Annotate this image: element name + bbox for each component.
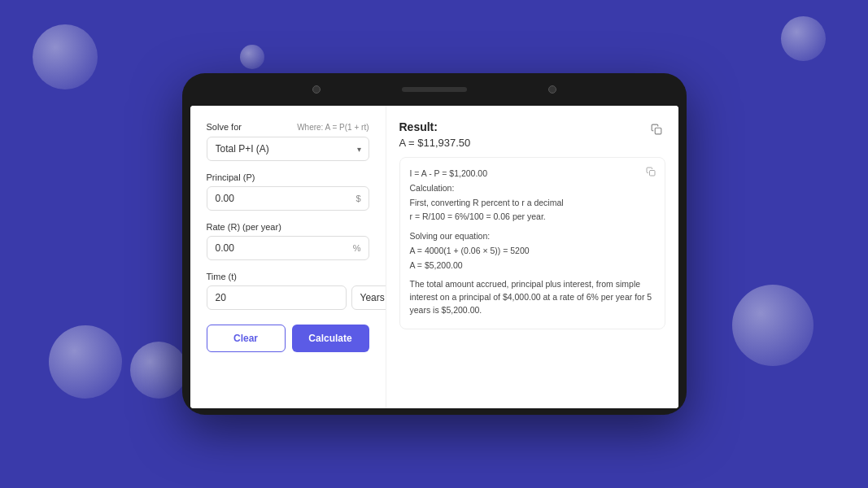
detail-section-3: The total amount accrued, principal plus… [410,278,655,316]
principal-section: Principal (P) $ [207,172,369,211]
principal-label: Principal (P) [207,172,369,182]
detail-line-4: r = R/100 = 6%/100 = 0.06 per year. [410,211,655,224]
rate-section: Rate (R) (per year) % [207,222,369,260]
tablet: Solve for Where: A = P(1 + rt) Total P+I… [182,73,687,415]
time-wrapper: Years Months Days ▾ [207,285,369,310]
bg-ball-3 [781,16,826,61]
bg-ball-4 [49,325,122,399]
solve-for-select[interactable]: Total P+I (A) Principal (P) Rate (R) Tim… [207,137,369,161]
bg-ball-2 [240,45,264,69]
bg-ball-6 [732,285,813,366]
detail-line-7: A = 4000(1 + (0.06 × 5)) = 5200 [410,245,655,258]
solve-for-select-wrapper: Total P+I (A) Principal (P) Rate (R) Tim… [207,137,369,161]
result-value: A = $11,937.50 [399,137,665,149]
calculate-button[interactable]: Calculate [292,325,369,352]
rate-input-wrapper: % [207,236,369,260]
detail-line-3: First, converting R percent to r a decim… [410,197,655,210]
tablet-mic [548,85,556,94]
copy-detail-icon[interactable] [643,164,658,179]
solve-for-header: Solve for Where: A = P(1 + rt) [207,122,369,132]
tablet-camera [312,85,321,94]
svg-rect-0 [655,128,661,134]
button-row: Clear Calculate [207,325,369,352]
solve-for-label: Solve for [207,122,242,132]
principal-input[interactable] [207,186,369,211]
time-label: Time (t) [207,272,369,281]
rate-label: Rate (R) (per year) [207,222,369,232]
clear-button[interactable]: Clear [207,325,286,352]
result-details: I = A - P = $1,200.00 Calculation: First… [399,157,665,329]
tablet-screen: Solve for Where: A = P(1 + rt) Total P+I… [190,106,678,408]
time-input[interactable] [207,285,347,310]
bg-ball-5 [130,342,187,399]
rate-input[interactable] [207,236,369,260]
bg-ball-1 [33,24,98,89]
detail-line-6: Solving our equation: [410,230,655,243]
solve-for-formula: Where: A = P(1 + rt) [297,123,369,132]
detail-line-10: The total amount accrued, principal plus… [410,278,655,316]
detail-line-8: A = $5,200.00 [410,259,655,272]
result-title: Result: [399,120,665,133]
detail-line-1: I = A - P = $1,200.00 [410,168,655,181]
principal-input-wrapper: $ [207,186,369,211]
principal-suffix: $ [355,194,360,203]
time-section: Time (t) Years Months Days ▾ [207,272,369,310]
tablet-top-bar [182,73,687,106]
app-container: Solve for Where: A = P(1 + rt) Total P+I… [190,106,678,408]
detail-line-2: Calculation: [410,182,655,195]
result-main: Result: A = $11,937.50 [399,120,665,149]
solve-for-section: Solve for Where: A = P(1 + rt) Total P+I… [207,122,369,161]
right-panel: Result: A = $11,937.50 [386,106,678,408]
left-panel: Solve for Where: A = P(1 + rt) Total P+I… [190,106,386,408]
detail-section-2: Solving our equation: A = 4000(1 + (0.06… [410,230,655,272]
rate-suffix: % [353,243,361,253]
svg-rect-1 [649,171,655,176]
copy-result-icon[interactable] [648,120,665,138]
tablet-speaker [402,87,467,92]
